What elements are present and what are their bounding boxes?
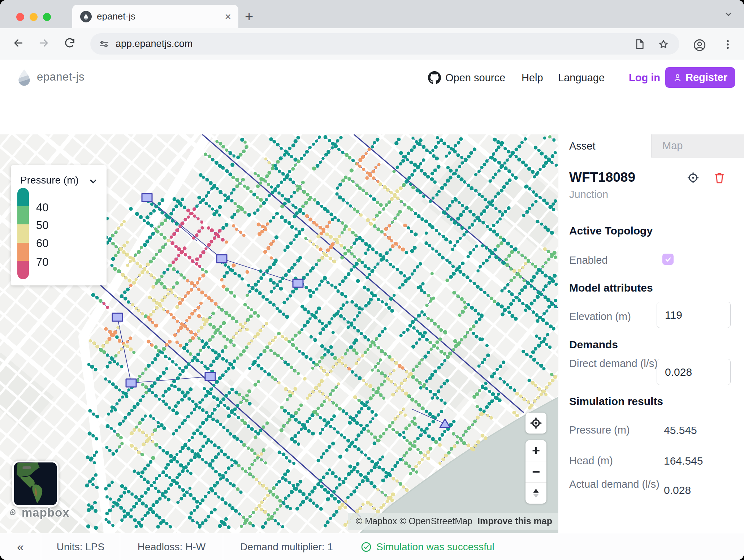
asset-panel: Asset Map WFT18089 Junction Active Topol… (558, 134, 744, 533)
section-simulation-results: Simulation results (569, 395, 663, 408)
legend-chevron-down-icon[interactable] (88, 176, 99, 187)
app-toolbar: Simulate (0, 96, 744, 135)
mapbox-wordmark: mapbox (22, 506, 70, 520)
enabled-label: Enabled (569, 254, 607, 266)
improve-map-link[interactable]: Improve this map (477, 516, 552, 526)
demand-multiplier-setting[interactable]: Demand multiplier: 1 (223, 533, 350, 560)
delete-asset-trash-icon[interactable] (713, 171, 726, 184)
tab-close-icon[interactable]: × (225, 11, 231, 22)
tab-title: epanet-js (97, 11, 135, 22)
pitch-toggle-button[interactable] (525, 482, 546, 504)
simulation-status-text: Simulation was successful (376, 541, 494, 553)
github-icon[interactable] (428, 71, 441, 84)
elevation-input[interactable] (657, 302, 731, 328)
page-info-icon[interactable] (634, 38, 645, 50)
forward-button[interactable] (38, 37, 50, 49)
app-brand: epanet-js (37, 70, 85, 83)
browser-window: epanet-js × + app.epanetjs.com (0, 0, 744, 560)
asset-type: Junction (569, 189, 608, 201)
headloss-setting[interactable]: Headloss: H-W (120, 533, 223, 560)
enabled-checkbox[interactable] (662, 254, 674, 265)
direct-demand-label: Direct demand (l/s) (569, 358, 659, 370)
legend-tick: 60 (36, 237, 48, 250)
attribution-text[interactable]: © Mapbox © OpenStreetMap (356, 516, 472, 526)
units-setting[interactable]: Units: LPS (41, 533, 120, 560)
minimize-window-button[interactable] (30, 13, 38, 21)
language-link[interactable]: Language (558, 72, 605, 84)
new-tab-button[interactable]: + (245, 9, 253, 24)
simulation-status[interactable]: Simulation was successful (350, 533, 494, 560)
panel-tabs: Asset Map (558, 134, 744, 158)
status-bar: « Units: LPS Headloss: H-W Demand multip… (0, 533, 744, 560)
result-pressure-value: 45.545 (664, 424, 697, 436)
result-actual-demand-label: Actual demand (l/s) (569, 478, 659, 490)
legend-tick: 70 (36, 256, 48, 269)
map-attribution: © Mapbox © OpenStreetMap Improve this ma… (348, 513, 558, 530)
legend-tick: 40 (36, 201, 48, 214)
section-active-topology: Active Topology (569, 225, 653, 237)
mapbox-logo[interactable]: mapbox (6, 506, 70, 520)
profile-avatar-icon[interactable] (693, 38, 706, 52)
zoom-out-button[interactable]: − (525, 461, 546, 482)
legend-card: Pressure (m) 40 50 60 70 (11, 165, 107, 285)
help-link[interactable]: Help (522, 72, 543, 84)
map-canvas-area[interactable]: Pressure (m) 40 50 60 70 + − (0, 134, 558, 533)
legend-tick: 50 (36, 219, 48, 232)
site-settings-icon[interactable] (98, 38, 110, 50)
back-button[interactable] (12, 37, 25, 49)
collapse-statusbar-button[interactable]: « (0, 533, 41, 560)
section-model-attributes: Model attributes (569, 282, 653, 294)
browser-menu-icon[interactable] (722, 38, 734, 51)
result-pressure-label: Pressure (m) (569, 424, 630, 436)
tab-favicon-drop-icon (80, 11, 92, 22)
help-wrap: Help (522, 60, 543, 96)
bookmark-star-icon[interactable] (657, 38, 670, 51)
fullscreen-window-button[interactable] (43, 13, 51, 21)
legend-title[interactable]: Pressure (m) (20, 175, 79, 186)
direct-demand-input[interactable] (657, 359, 731, 385)
locate-me-button[interactable] (525, 413, 546, 434)
url-text: app.epanetjs.com (116, 38, 193, 49)
mapbox-logo-icon (6, 506, 20, 520)
login-link[interactable]: Log in (629, 72, 660, 84)
zoom-to-asset-icon[interactable] (687, 171, 700, 184)
tab-map[interactable]: Map (651, 134, 744, 158)
register-label: Register (685, 72, 727, 83)
check-icon (665, 256, 672, 263)
reload-button[interactable] (64, 37, 76, 49)
result-head-label: Head (m) (569, 455, 613, 467)
main-area: Pressure (m) 40 50 60 70 + − (0, 134, 744, 533)
success-check-icon (360, 541, 372, 553)
app-logo-drop-icon (15, 68, 33, 86)
open-source-link[interactable]: Open source (445, 72, 505, 84)
language-wrap: Language (558, 60, 605, 96)
register-button[interactable]: Register (665, 67, 735, 88)
tab-search-chevron-icon[interactable] (723, 9, 734, 20)
asset-id: WFT18089 (569, 170, 635, 185)
result-actual-demand-value: 0.028 (664, 484, 691, 496)
legend-color-ramp (17, 188, 29, 279)
section-demands: Demands (569, 339, 618, 351)
titlebar: epanet-js × + (0, 0, 744, 28)
header-nav: Open source (428, 60, 505, 96)
close-window-button[interactable] (16, 13, 24, 21)
elevation-label: Elevation (m) (569, 311, 631, 323)
header-divider (616, 70, 616, 86)
app-header: epanet-js Open source Help Language Log … (0, 60, 744, 96)
tab-asset[interactable]: Asset (558, 134, 651, 158)
login-wrap: Log in (629, 60, 660, 96)
person-icon (673, 73, 682, 82)
address-bar[interactable]: app.epanetjs.com (90, 33, 679, 55)
result-head-value: 164.545 (664, 455, 703, 467)
zoom-in-button[interactable]: + (525, 440, 546, 461)
browser-tab[interactable]: epanet-js × (72, 5, 238, 28)
globe-minimap[interactable] (12, 461, 59, 507)
zoom-control: + − (525, 440, 546, 504)
